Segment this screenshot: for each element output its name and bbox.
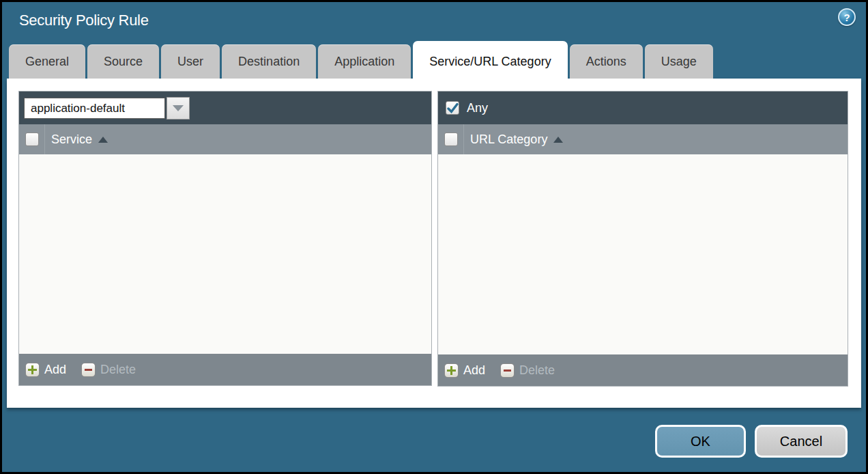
minus-icon [500, 363, 515, 378]
service-delete-label: Delete [100, 363, 136, 377]
service-select-all-cell [19, 124, 45, 154]
url-category-delete-label: Delete [519, 363, 555, 378]
url-category-list [438, 154, 848, 354]
service-type-combo: application-default [24, 97, 190, 120]
service-column-header[interactable]: Service [51, 133, 92, 147]
sort-ascending-icon [98, 137, 108, 143]
tab-content: application-default Service Add [7, 79, 861, 408]
url-category-panel: Any URL Category Add Delete [437, 91, 848, 387]
service-column-header-row: Service [19, 124, 431, 154]
service-add-button[interactable]: Add [25, 363, 66, 377]
help-icon[interactable]: ? [838, 8, 856, 26]
any-label: Any [467, 101, 488, 115]
service-panel-footer: Add Delete [19, 354, 431, 385]
service-add-label: Add [44, 363, 66, 377]
tab-source[interactable]: Source [87, 44, 159, 79]
tab-general[interactable]: General [9, 44, 85, 79]
url-category-column-header[interactable]: URL Category [470, 133, 547, 147]
service-type-dropdown-button[interactable] [167, 97, 190, 120]
url-category-panel-footer: Add Delete [438, 354, 848, 386]
tab-destination[interactable]: Destination [222, 44, 316, 79]
tab-usage[interactable]: Usage [645, 44, 713, 79]
tab-bar: General Source User Destination Applicat… [9, 44, 713, 82]
dialog-title: Security Policy Rule [19, 12, 149, 29]
ok-button[interactable]: OK [655, 425, 746, 458]
url-category-delete-button[interactable]: Delete [500, 363, 555, 378]
url-category-add-button[interactable]: Add [444, 363, 485, 378]
service-select-all-checkbox[interactable] [25, 133, 39, 146]
tab-user[interactable]: User [161, 44, 220, 79]
sort-ascending-icon [553, 137, 563, 143]
tab-application[interactable]: Application [318, 44, 411, 79]
checkmark-icon [447, 103, 459, 113]
any-option: Any [446, 101, 488, 115]
url-category-column-header-row: URL Category [438, 124, 848, 154]
url-category-select-all-cell [438, 124, 464, 154]
service-delete-button[interactable]: Delete [81, 363, 136, 377]
service-list [19, 154, 431, 354]
service-type-dropdown[interactable]: application-default [24, 98, 165, 119]
plus-icon [25, 363, 40, 377]
url-category-panel-toolbar: Any [438, 92, 848, 124]
security-policy-rule-dialog: Security Policy Rule ? General Source Us… [0, 0, 868, 474]
cancel-button[interactable]: Cancel [755, 425, 848, 458]
tab-service-url-category[interactable]: Service/URL Category [413, 41, 567, 82]
tab-actions[interactable]: Actions [570, 44, 643, 79]
service-panel-toolbar: application-default [19, 92, 431, 124]
plus-icon [444, 363, 459, 378]
url-category-add-label: Add [463, 363, 485, 378]
chevron-down-icon [173, 105, 184, 111]
any-checkbox[interactable] [446, 101, 459, 115]
url-category-select-all-checkbox[interactable] [444, 133, 458, 146]
minus-icon [81, 363, 96, 377]
service-panel: application-default Service Add [18, 91, 432, 386]
